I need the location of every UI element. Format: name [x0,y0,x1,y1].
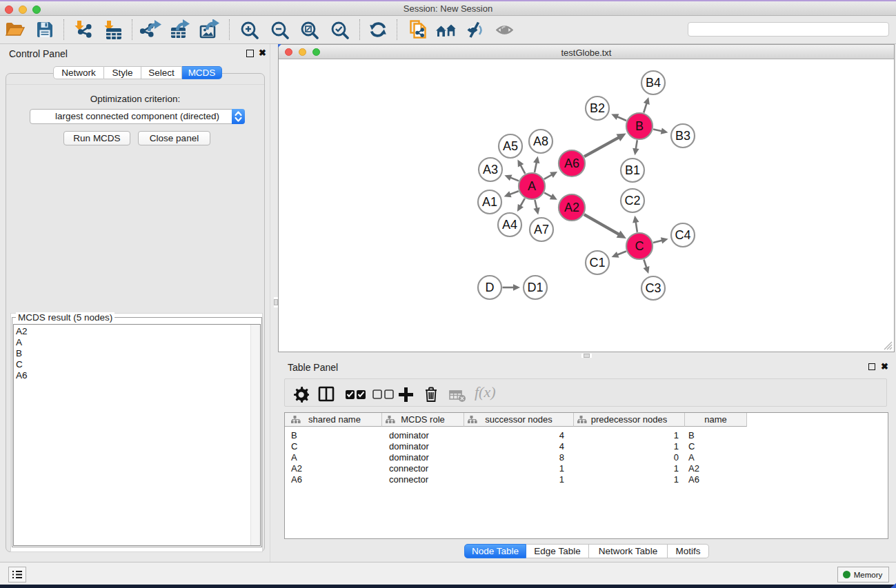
svg-text:A: A [528,179,536,193]
svg-text:C3: C3 [645,281,661,295]
svg-text:C2: C2 [624,194,640,207]
svg-text:D1: D1 [527,281,543,294]
svg-text:C: C [635,239,644,253]
svg-text:C1: C1 [589,256,605,270]
svg-text:A8: A8 [533,134,548,148]
svg-text:B2: B2 [590,101,605,115]
svg-text:A3: A3 [483,163,498,176]
svg-text:C4: C4 [675,228,690,242]
svg-text:A6: A6 [564,156,579,170]
svg-text:A5: A5 [503,139,518,153]
svg-text:A4: A4 [502,218,517,232]
svg-text:B4: B4 [646,76,661,90]
svg-text:B3: B3 [675,129,690,143]
svg-text:A7: A7 [534,223,549,236]
svg-text:A1: A1 [482,195,497,209]
svg-text:D: D [486,281,495,294]
svg-text:B: B [635,119,644,133]
svg-text:A2: A2 [564,201,579,214]
svg-text:B1: B1 [625,163,640,177]
